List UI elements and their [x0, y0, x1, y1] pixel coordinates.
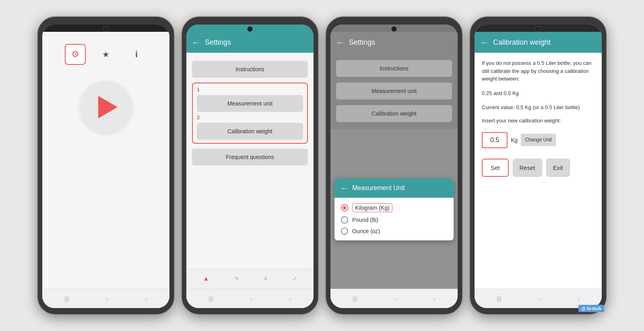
info-icon-box[interactable]: i: [126, 44, 147, 65]
status-bar-2: [186, 25, 314, 32]
play-button[interactable]: [80, 81, 132, 133]
screen1-content: ⚙ ★ i: [42, 32, 169, 289]
nav-circle-icon-4: ○: [538, 296, 541, 302]
instructions-button-bg: Instructions: [336, 60, 452, 77]
screen3-content: Instructions Measurement unit Calibratio…: [330, 53, 458, 289]
faq-button[interactable]: Frequent questions: [192, 149, 308, 166]
back-button-3[interactable]: ←: [336, 38, 344, 47]
nav-circle-icon: ○: [105, 296, 109, 302]
calibration-button-bg: Calibration weight: [336, 105, 452, 122]
nav-lines-icon: |||: [64, 296, 69, 302]
toolbar-title-4: Calibration weight: [493, 38, 596, 47]
toolbar-title-3: Settings: [349, 38, 452, 47]
phone-nav-bar-2: ||| ○ ‹: [186, 289, 314, 308]
status-bar-1: [42, 25, 169, 32]
nav-back-icon-4: ‹: [578, 296, 580, 302]
nav-back-icon-3: ‹: [433, 296, 436, 302]
radio-lb[interactable]: [341, 216, 348, 223]
popup-toolbar: ← Measurement Unit: [334, 178, 454, 198]
calibration-weight-button[interactable]: Calibration weight: [197, 123, 303, 140]
nav-lines-icon-2: |||: [208, 296, 213, 302]
lb-label: Pound (lb): [352, 217, 378, 223]
phone-3-screen: ← Settings Instructions Measurement unit…: [330, 25, 458, 308]
share-icon: ★: [102, 50, 109, 59]
calib-buttons: Set Reset Exit: [482, 159, 594, 177]
change-unit-button[interactable]: Change Unit: [521, 134, 556, 147]
watermark: @ hi-tech: [578, 305, 604, 312]
phone-4: ← Calibration weight If you do not posse…: [470, 17, 607, 314]
nav-lines-icon-4: |||: [497, 296, 501, 302]
radio-oz-row[interactable]: Ounce (oz): [341, 228, 447, 235]
phone-2: ← Settings Instructions 1 Measurement un…: [182, 17, 318, 314]
popup-content: Kilogram (Kg) Pound (lb) Ounce (oz): [334, 198, 454, 240]
set-button[interactable]: Set: [482, 159, 509, 177]
share-icon-box[interactable]: ★: [95, 44, 116, 65]
phone-1: ⚙ ★ i ||| ○ ‹: [37, 17, 174, 314]
calib-input-field[interactable]: [482, 132, 508, 148]
settings-bg-list: Instructions Measurement unit Calibratio…: [330, 53, 458, 129]
nav-back-icon: ‹: [145, 296, 147, 302]
back-button-4[interactable]: ←: [480, 38, 488, 47]
status-bar-3: [330, 25, 458, 32]
popup-back-button[interactable]: ←: [340, 184, 348, 193]
bottom-nav-2: ▲ ✎ # ⤢: [186, 269, 314, 288]
phone-2-screen: ← Settings Instructions 1 Measurement un…: [186, 25, 314, 308]
toolbar-2: ← Settings: [186, 32, 314, 53]
phone-4-screen: ← Calibration weight If you do not posse…: [475, 25, 602, 308]
radio-oz[interactable]: [341, 228, 348, 235]
oz-label: Ounce (oz): [352, 228, 380, 234]
bottom-nav-share-icon: ⤢: [292, 275, 297, 282]
screen2-content: Instructions 1 Measurement unit 2 Calibr…: [186, 53, 314, 269]
toolbar-3: ← Settings: [330, 32, 458, 53]
radio-kg[interactable]: [341, 204, 348, 211]
calib-unit-label: Kg: [511, 137, 518, 143]
nav-lines-icon-3: |||: [353, 296, 357, 302]
gear-icon: ⚙: [71, 49, 79, 60]
toolbar-title-2: Settings: [205, 38, 308, 47]
bottom-nav-1: ||| ○ ‹: [42, 289, 169, 308]
settings-icon-box[interactable]: ⚙: [65, 44, 86, 65]
back-button-2[interactable]: ←: [192, 38, 200, 47]
measurement-unit-button[interactable]: Measurement unit: [197, 95, 303, 112]
kg-label: Kilogram (Kg): [352, 203, 392, 212]
phone-1-screen: ⚙ ★ i ||| ○ ‹: [42, 25, 169, 308]
measurement-unit-popup: ← Measurement Unit Kilogram (Kg) Pound (…: [334, 178, 454, 240]
screen4-content: If you do not possess a 0.5 Liter bottle…: [475, 53, 602, 289]
section-num-2: 2: [197, 114, 303, 120]
phone-3: ← Settings Instructions Measurement unit…: [326, 17, 462, 314]
info-icon: i: [135, 49, 138, 60]
nav-circle-icon-2: ○: [250, 296, 253, 302]
section-num-1: 1: [197, 87, 303, 93]
status-bar-4: [475, 25, 602, 32]
reset-button[interactable]: Reset: [513, 159, 542, 177]
exit-button[interactable]: Exit: [546, 159, 570, 177]
play-triangle-icon: [98, 96, 118, 118]
top-icons: ⚙ ★ i: [50, 44, 161, 65]
nav-back-icon-2: ‹: [289, 296, 291, 302]
bottom-nav-hash-icon: #: [264, 275, 267, 282]
calib-desc1: If you do not possess a 0.5 Liter bottle…: [482, 59, 594, 83]
bottom-nav-active-icon: ▲: [203, 275, 209, 282]
measurement-button-bg: Measurement unit: [336, 83, 452, 99]
calib-current: Current value: 0,5 Kg (or a 0.5 Liter bo…: [482, 103, 594, 112]
calib-range: 0.25 and 0.5 Kg: [482, 90, 594, 96]
phone-nav-bar-3: ||| ○ ‹: [330, 289, 458, 308]
instructions-button[interactable]: Instructions: [192, 61, 308, 78]
radio-lb-row[interactable]: Pound (lb): [341, 216, 447, 223]
settings-section: 1 Measurement unit 2 Calibration weight: [192, 83, 308, 144]
toolbar-4: ← Calibration weight: [475, 32, 602, 53]
calib-input-row: Kg Change Unit: [482, 132, 594, 148]
bottom-nav-edit-icon: ✎: [234, 275, 239, 282]
nav-circle-icon-3: ○: [394, 296, 397, 302]
radio-kg-inner: [343, 206, 346, 209]
popup-title: Measurement Unit: [352, 184, 405, 192]
calib-insert: Insert your new calibration weight:: [482, 117, 594, 125]
radio-kg-row[interactable]: Kilogram (Kg): [341, 203, 447, 212]
